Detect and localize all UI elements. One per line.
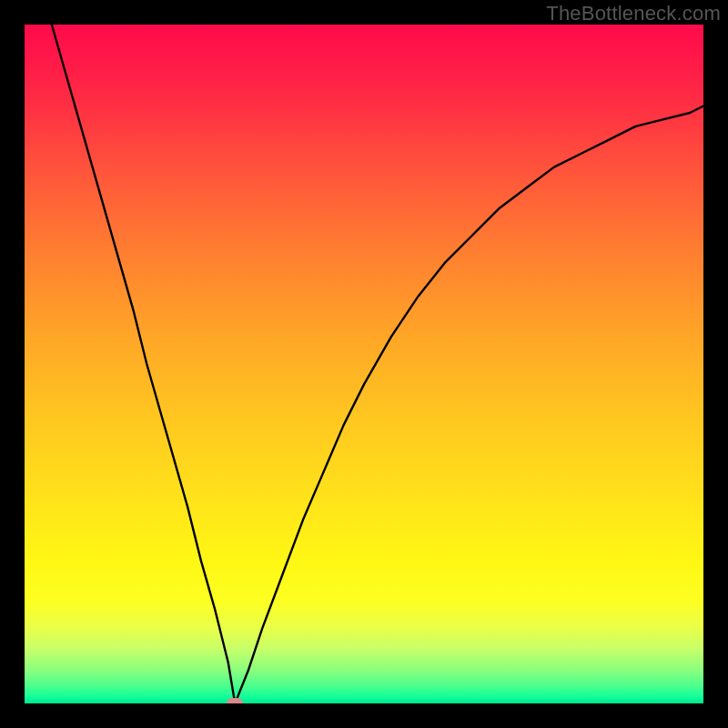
chart-frame: TheBottleneck.com: [0, 0, 728, 728]
bottleneck-curve: [25, 25, 703, 703]
plot-area: [25, 25, 703, 703]
curve-line: [52, 25, 703, 703]
minimum-marker: [227, 698, 243, 703]
watermark-text: TheBottleneck.com: [546, 2, 721, 25]
